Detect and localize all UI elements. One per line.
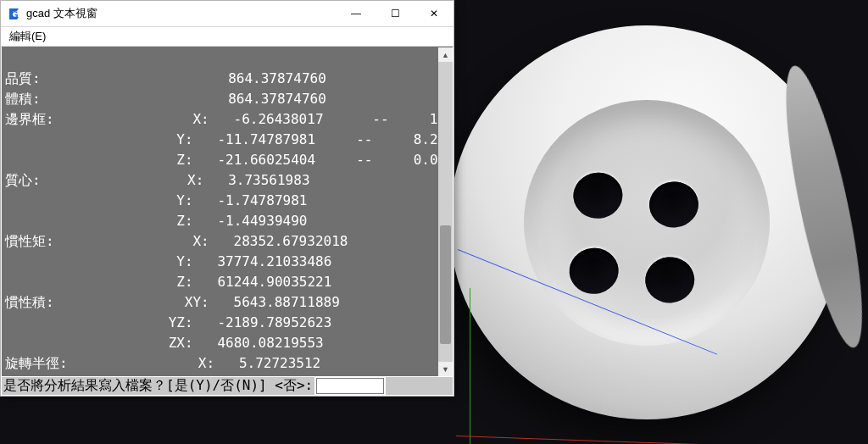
write-file-prompt: 是否將分析結果寫入檔案？[是(Y)/否(N)] <否>: (2, 377, 314, 395)
text-window: G gcad 文本視窗 — ☐ ✕ 編輯(E) 品質: 864.37874760… (0, 0, 454, 397)
terminal-line: 質心: X: 3.73561983 (5, 170, 453, 191)
close-icon: ✕ (430, 8, 438, 19)
scrollbar[interactable]: ▲ ▼ (438, 47, 453, 376)
titlebar[interactable]: G gcad 文本視窗 — ☐ ✕ (1, 1, 453, 27)
minimize-button[interactable]: — (337, 1, 376, 26)
terminal-line: ZX: 4680.08219553 (5, 333, 453, 353)
terminal-line: Z: -1.44939490 (5, 211, 453, 231)
status-bar: 是否將分析結果寫入檔案？[是(Y)/否(N)] <否>: (2, 377, 453, 395)
chevron-up-icon: ▲ (442, 51, 449, 59)
model-button-solid (430, 6, 863, 439)
terminal-line: 旋轉半徑: X: 5.72723512 (5, 353, 453, 374)
terminal-line: YZ: -2189.78952623 (5, 313, 453, 333)
maximize-icon: ☐ (391, 8, 400, 19)
terminal-line: Y: -11.74787981 -- 8.25212019 (5, 130, 453, 150)
terminal-output[interactable]: 品質: 864.37874760體積: 864.37874760邊界框: X: … (2, 47, 453, 376)
svg-text:G: G (11, 9, 19, 19)
scroll-up-button[interactable]: ▲ (438, 47, 453, 62)
close-button[interactable]: ✕ (415, 1, 453, 26)
scroll-thumb[interactable] (440, 225, 451, 344)
prompt-input[interactable] (316, 378, 384, 394)
terminal-line: Z: 61244.90035221 (5, 272, 453, 292)
terminal-line: Z: -21.66025404 -- 0.00000000 (5, 150, 453, 170)
terminal-line: 慣性積: XY: 5643.88711889 (5, 292, 453, 313)
terminal-line: 慣性矩: X: 28352.67932018 (5, 231, 453, 252)
terminal-line: 體積: 864.37874760 (5, 89, 453, 109)
status-filler (386, 377, 453, 395)
window-title: gcad 文本視窗 (26, 6, 97, 21)
app-icon: G (6, 6, 21, 21)
terminal-line: 邊界框: X: -6.26438017 -- 13.73561983 (5, 109, 453, 130)
menubar: 編輯(E) (1, 27, 453, 47)
menu-edit[interactable]: 編輯(E) (3, 28, 53, 45)
terminal-line: Y: -1.74787981 (5, 191, 453, 211)
terminal-line (5, 48, 453, 69)
terminal-line: Y: 37774.21033486 (5, 252, 453, 272)
model-button-dish (512, 88, 782, 358)
scroll-down-button[interactable]: ▼ (438, 362, 453, 376)
terminal-line: 品質: 864.37874760 (5, 69, 453, 89)
axis-x-icon (456, 436, 761, 444)
maximize-button[interactable]: ☐ (376, 1, 415, 26)
chevron-down-icon: ▼ (442, 365, 449, 374)
minimize-icon: — (351, 8, 361, 19)
